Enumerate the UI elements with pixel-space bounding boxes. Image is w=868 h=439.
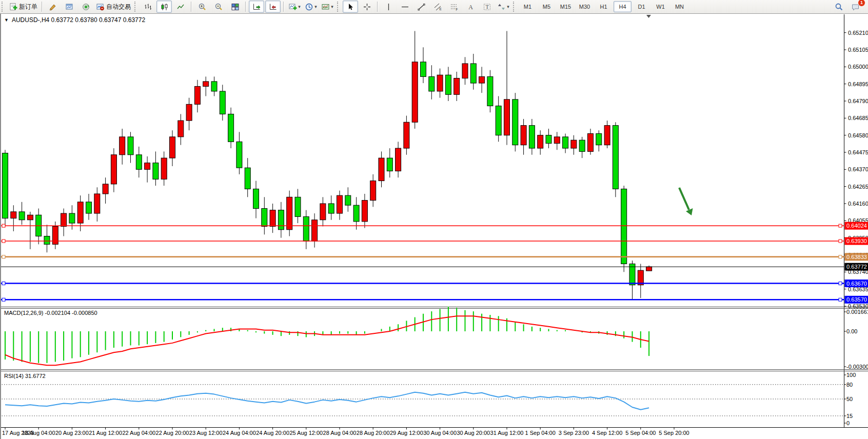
line-handle[interactable] bbox=[839, 298, 842, 301]
text-label-button[interactable]: T bbox=[479, 1, 495, 13]
rsi-axis-label: 80 bbox=[846, 382, 853, 388]
autotrading-button[interactable]: 自动交易 bbox=[94, 1, 132, 13]
time-tick-label: 25 Aug 12:00 bbox=[289, 430, 323, 436]
chart-shift-button[interactable] bbox=[265, 1, 281, 13]
periods-button[interactable]: ▾ bbox=[303, 1, 319, 13]
line-handle[interactable] bbox=[839, 282, 842, 285]
price-tick-label: 0.64895 bbox=[848, 81, 868, 87]
line-handle[interactable] bbox=[839, 240, 842, 243]
trendline-button[interactable] bbox=[413, 1, 429, 13]
timeframe-m5[interactable]: M5 bbox=[538, 1, 556, 12]
chart-canvas[interactable]: 0.652100.651050.650000.648950.647900.646… bbox=[1, 14, 868, 439]
horizontal-line-button[interactable] bbox=[397, 1, 412, 13]
timeframe-m30[interactable]: M30 bbox=[576, 1, 594, 12]
price-badge-label: 0.63670 bbox=[846, 281, 867, 287]
svg-text:T: T bbox=[485, 4, 489, 10]
price-tick-label: 0.64265 bbox=[848, 184, 868, 190]
candle-down bbox=[19, 212, 25, 220]
toolbar-grip[interactable] bbox=[513, 2, 516, 12]
notification-badge: 1 bbox=[858, 0, 865, 7]
candle-up bbox=[52, 226, 58, 244]
search-button[interactable] bbox=[831, 1, 846, 13]
candle-down bbox=[3, 153, 8, 218]
candle-down bbox=[596, 133, 602, 145]
candle-up bbox=[194, 86, 200, 104]
line-handle[interactable] bbox=[2, 255, 5, 258]
candle-up bbox=[203, 82, 209, 87]
line-handle[interactable] bbox=[2, 224, 5, 227]
cursor-button[interactable] bbox=[343, 1, 358, 13]
zoom-in-button[interactable] bbox=[194, 1, 210, 13]
timeframe-h1[interactable]: H1 bbox=[595, 1, 613, 12]
macd-signal-line bbox=[5, 316, 649, 365]
zoom-out-button[interactable] bbox=[211, 1, 226, 13]
price-tick-label: 0.64685 bbox=[848, 115, 868, 121]
text-button[interactable]: A bbox=[463, 1, 478, 13]
line-chart-button[interactable] bbox=[173, 1, 188, 13]
candle-down bbox=[86, 202, 92, 213]
line-handle[interactable] bbox=[2, 282, 5, 285]
autotrading-label: 自动交易 bbox=[106, 3, 131, 11]
notifications-button[interactable]: 1 bbox=[847, 1, 863, 13]
text-label-icon: T bbox=[483, 3, 491, 11]
auto-scroll-button[interactable] bbox=[249, 1, 264, 13]
line-handle[interactable] bbox=[839, 255, 842, 258]
fibonacci-button[interactable]: F bbox=[446, 1, 462, 13]
timeframe-mn[interactable]: MN bbox=[670, 1, 688, 12]
candle-down bbox=[69, 213, 75, 223]
candle-up bbox=[454, 78, 460, 95]
bar-chart-button[interactable] bbox=[140, 1, 155, 13]
time-tick-label: 3 Sep 23:00 bbox=[559, 430, 589, 436]
timeframe-m15[interactable]: M15 bbox=[557, 1, 575, 12]
timeframe-w1[interactable]: W1 bbox=[652, 1, 669, 12]
price-tick-label: 0.64370 bbox=[848, 166, 868, 172]
candle-down bbox=[228, 114, 234, 142]
market-watch-button[interactable] bbox=[62, 1, 77, 13]
candle-down bbox=[613, 126, 618, 189]
tile-windows-button[interactable] bbox=[227, 1, 243, 13]
timeframe-d1[interactable]: D1 bbox=[633, 1, 650, 12]
candle-down bbox=[136, 155, 142, 170]
candle-up bbox=[462, 64, 468, 78]
arrows-button[interactable]: ▾ bbox=[496, 1, 511, 13]
line-handle[interactable] bbox=[2, 298, 5, 301]
styles-button[interactable] bbox=[45, 1, 61, 13]
navigator-button[interactable] bbox=[78, 1, 93, 13]
market-watch-icon bbox=[65, 3, 74, 11]
crosshair-button[interactable] bbox=[359, 1, 374, 13]
equidistant-channel-button[interactable]: E bbox=[430, 1, 445, 13]
timeframe-h4[interactable]: H4 bbox=[614, 1, 632, 12]
line-handle[interactable] bbox=[2, 240, 5, 243]
templates-button[interactable]: ▾ bbox=[320, 1, 335, 13]
line-handle[interactable] bbox=[839, 224, 842, 227]
price-tick-label: 0.64580 bbox=[848, 132, 868, 138]
new-order-button[interactable]: 新订单 bbox=[7, 1, 39, 13]
toolbar-separator bbox=[377, 2, 378, 12]
candle-up bbox=[337, 195, 343, 213]
toolbar-grip[interactable] bbox=[337, 2, 340, 12]
candle-down bbox=[128, 137, 133, 155]
chevron-down-icon: ▾ bbox=[314, 4, 317, 9]
candle-up bbox=[178, 121, 184, 137]
timeframe-group: M1M5M15M30H1H4D1W1MN bbox=[518, 1, 689, 12]
vertical-line-button[interactable] bbox=[381, 1, 396, 13]
chart-shift-marker[interactable] bbox=[646, 15, 651, 18]
arrow-annotation[interactable] bbox=[679, 188, 689, 210]
auto-scroll-icon bbox=[252, 3, 261, 11]
candle-up bbox=[11, 212, 16, 218]
macd-axis-label: 0.001661 bbox=[846, 309, 868, 315]
price-badge-label: 0.63833 bbox=[846, 254, 867, 260]
rsi-line bbox=[5, 392, 649, 410]
symbol-dropdown-icon[interactable]: ▼ bbox=[4, 17, 9, 23]
candle-down bbox=[236, 142, 242, 168]
chart-title-text: AUDUSD-,H4 0.63772 0.63780 0.63747 0.637… bbox=[12, 16, 145, 24]
toolbar-separator bbox=[245, 2, 246, 12]
toolbar-grip[interactable] bbox=[2, 2, 4, 12]
candlestick-chart-button[interactable] bbox=[156, 1, 172, 13]
crayon-icon bbox=[49, 3, 57, 11]
bar-chart-icon bbox=[144, 3, 152, 11]
autotrading-icon bbox=[96, 3, 105, 11]
indicators-button[interactable]: ▾ bbox=[287, 1, 302, 13]
timeframe-m1[interactable]: M1 bbox=[519, 1, 537, 12]
toolbar-grip[interactable] bbox=[134, 2, 137, 12]
